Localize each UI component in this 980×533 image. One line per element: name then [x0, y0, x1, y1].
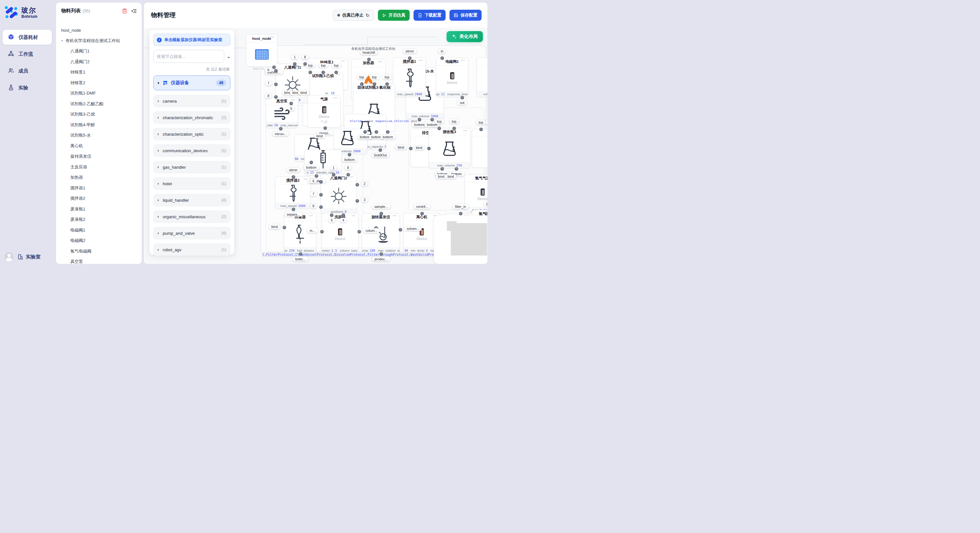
- port-label-7[interactable]: 7: [265, 81, 272, 86]
- more-menu-icon[interactable]: ⋯: [463, 128, 468, 133]
- canvas-node-separator[interactable]: 分液器⋯volume: 250has_phases: true›bind›bot…: [284, 213, 316, 254]
- tree-item-7[interactable]: 试剂瓶4-甲醇: [56, 120, 142, 130]
- more-menu-icon[interactable]: ⋯: [419, 58, 423, 63]
- port-label-3[interactable]: 3: [361, 198, 368, 202]
- delete-icon[interactable]: [122, 8, 127, 14]
- graph-canvas[interactable]: 有机化学流程综合测试工作站 转移泵1⋯试剂瓶5-水⋯max_volume: 10…: [144, 28, 487, 264]
- port-dot[interactable]: ›: [455, 167, 458, 171]
- port-label-stirrer[interactable]: stirrer: [287, 168, 300, 172]
- sidebar-item-3[interactable]: 实验: [3, 80, 52, 95]
- port-label-7[interactable]: 7: [310, 192, 317, 196]
- port-label-bind[interactable]: bind: [445, 174, 456, 179]
- port-label-gasso...[interactable]: gasso...: [484, 201, 487, 206]
- more-menu-icon[interactable]: ⋯: [334, 95, 338, 100]
- sidebar-item-lab[interactable]: 实验室: [18, 254, 40, 260]
- canvas-node-gas-source[interactable]: 气源⋯Device气源›gasso...: [307, 95, 340, 128]
- port-dot[interactable]: ›: [320, 230, 324, 233]
- port-label-top[interactable]: top: [450, 119, 459, 124]
- port-label-5[interactable]: 5: [329, 218, 335, 222]
- tree-item-20[interactable]: 真空泵: [56, 257, 142, 264]
- tree-item-12[interactable]: 加热器: [56, 172, 142, 183]
- port-label-8[interactable]: 8: [345, 165, 351, 170]
- tree-item-6[interactable]: 试剂瓶3-己烷: [56, 109, 142, 120]
- port-dot[interactable]: ›: [355, 199, 359, 203]
- port-dot[interactable]: ›: [274, 69, 278, 73]
- port-dot[interactable]: ›: [283, 226, 286, 229]
- port-dot[interactable]: ›: [418, 118, 421, 121]
- port-dot[interactable]: ›: [319, 180, 323, 184]
- port-label-top[interactable]: top: [318, 63, 328, 68]
- port-dot[interactable]: ›: [309, 71, 312, 74]
- port-dot[interactable]: ›: [479, 128, 483, 131]
- port-dot[interactable]: ›: [380, 212, 383, 215]
- port-dot[interactable]: ›: [373, 82, 376, 86]
- tree-item-14[interactable]: 搅拌器2: [56, 194, 142, 204]
- port-label-top[interactable]: top: [476, 120, 486, 125]
- canvas-node-solenoid-valve-1[interactable]: 电磁阀1⋯Devicevoltage: 12response_time: 0.1…: [436, 58, 468, 97]
- port-label-botto...[interactable]: botto...: [293, 257, 308, 261]
- port-dot[interactable]: ›: [420, 212, 424, 215]
- port-dot[interactable]: ›: [358, 230, 361, 233]
- port-label-bottom[interactable]: bottom: [342, 157, 357, 162]
- port-label-out[interactable]: out: [458, 100, 467, 105]
- port-dot[interactable]: ›: [330, 213, 334, 217]
- port-label-separa...[interactable]: separa...: [285, 212, 302, 217]
- port-label-top[interactable]: top: [434, 119, 444, 124]
- port-dot[interactable]: ›: [355, 183, 359, 187]
- category-characterization_optic[interactable]: ›characterization_optic(1): [153, 128, 231, 140]
- port-label-top[interactable]: top: [357, 75, 366, 79]
- port-label-8[interactable]: 8: [302, 55, 308, 59]
- port-dot[interactable]: ›: [292, 208, 295, 211]
- more-menu-icon[interactable]: ⋯: [393, 213, 398, 218]
- sidebar-item-1[interactable]: 工作流: [3, 47, 52, 62]
- canvas-node-receiver-bottle-3[interactable]: 接收瓶3⋯max_volume: 250›top›top›bind›bottom…: [428, 128, 471, 168]
- canvas-node-rotary-evaporator[interactable]: 旋转蒸发仪⋯temp: 180max_rotation_sp›sample...…: [362, 213, 400, 254]
- port-label-bottom[interactable]: bottom: [304, 165, 318, 170]
- canvas-node-eight-way-valve-2[interactable]: 八通阀门2⋯positions: 8›1›8›6›7›8›2›3›5›4: [320, 174, 357, 215]
- category-characterization_chromatic[interactable]: ›characterization_chromatic(2): [153, 111, 231, 124]
- port-dot[interactable]: ›: [303, 62, 307, 66]
- user-avatar[interactable]: [5, 252, 14, 261]
- port-dot[interactable]: ›: [385, 82, 389, 86]
- port-dot[interactable]: ›: [367, 58, 371, 61]
- port-dot[interactable]: ›: [293, 62, 296, 66]
- port-label-bind[interactable]: bind: [314, 134, 325, 138]
- port-dot[interactable]: ›: [399, 228, 402, 232]
- port-label-2[interactable]: 2: [361, 181, 368, 186]
- more-menu-icon[interactable]: ⋯: [270, 35, 275, 40]
- port-dot[interactable]: ›: [315, 174, 318, 178]
- port-dot[interactable]: ›: [348, 153, 351, 156]
- tree-item-10[interactable]: 旋转蒸发仪: [56, 151, 142, 162]
- canvas-node-host-node[interactable]: host_node⋯›transfe...: [246, 34, 277, 67]
- port-label-bind[interactable]: bind: [298, 90, 309, 95]
- port-dot[interactable]: ›: [321, 71, 325, 74]
- port-label-in[interactable]: in: [439, 49, 445, 54]
- canvas-node-stirrer-2[interactable]: 搅拌器2⋯max_speed: 2000›stirrer›separa...: [275, 176, 311, 209]
- category-hotel[interactable]: ›hotel(1): [153, 178, 231, 190]
- port-label-heatchill[interactable]: heatchill: [360, 50, 377, 55]
- port-dot[interactable]: ›: [310, 160, 313, 164]
- tree-item-17[interactable]: 电磁阀1: [56, 225, 142, 236]
- more-menu-icon[interactable]: ⋯: [309, 213, 314, 218]
- port-dot[interactable]: ›: [380, 252, 383, 256]
- canvas-node-solenoid-valve-2[interactable]: voltage: 12: [476, 58, 487, 97]
- port-label-sample...[interactable]: sample...: [372, 204, 390, 209]
- tree-item-1[interactable]: 八通阀门2: [56, 57, 142, 67]
- port-label-filter_in[interactable]: filter_in: [453, 204, 468, 209]
- port-label-bind[interactable]: bind: [269, 224, 280, 229]
- port-dot[interactable]: ›: [438, 127, 441, 130]
- search-template-input[interactable]: [153, 50, 224, 63]
- port-dot[interactable]: ›: [319, 193, 323, 197]
- tree-item-5[interactable]: 试剂瓶2-乙酸乙酯: [56, 99, 142, 109]
- port-label-bind[interactable]: bind: [395, 145, 406, 150]
- port-dot[interactable]: ›: [460, 96, 464, 99]
- chevron-down-icon[interactable]: ⌄: [227, 54, 231, 59]
- port-dot[interactable]: ›: [347, 173, 350, 176]
- more-menu-icon[interactable]: ⋯: [461, 58, 466, 63]
- port-label-solven...[interactable]: solven...: [404, 226, 422, 231]
- port-dot[interactable]: ›: [375, 130, 378, 134]
- port-label-6[interactable]: 6: [265, 68, 272, 72]
- port-label-1[interactable]: 1: [330, 165, 337, 170]
- port-dot[interactable]: ›: [274, 95, 278, 99]
- minimap[interactable]: [434, 215, 487, 264]
